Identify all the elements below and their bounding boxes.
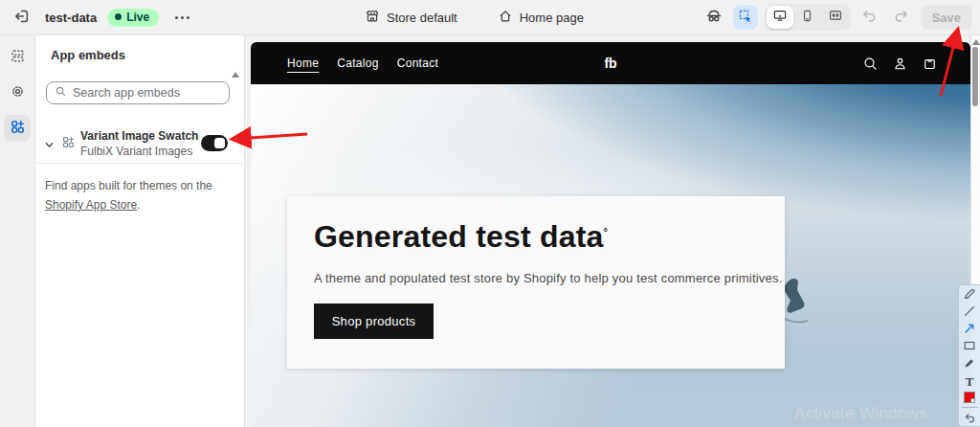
- arrow-tool-button[interactable]: [962, 323, 977, 338]
- shopify-theme-editor: test-data Live Store default Home page: [0, 0, 980, 427]
- undo-icon: [861, 8, 878, 27]
- theme-name: test-data: [45, 11, 97, 25]
- app-store-footer-text: Find apps built for themes on the Shopif…: [45, 177, 234, 215]
- app-embeds-icon: [10, 119, 26, 139]
- device-preview-segmented-control: [765, 4, 851, 31]
- toolbar-divider: [962, 407, 978, 408]
- topbar-right-cluster: Save: [702, 0, 972, 34]
- storefront-account-icon[interactable]: [892, 56, 908, 72]
- hero-heading: Generated test data°: [314, 219, 608, 255]
- sidebar-scroll-up-arrow[interactable]: [232, 72, 239, 78]
- scrollbar-thumb[interactable]: [972, 47, 978, 106]
- embed-app-icon: [61, 135, 76, 153]
- home-icon: [498, 9, 513, 27]
- red-color-swatch: [964, 392, 975, 403]
- select-cursor-icon: [738, 9, 753, 27]
- scrollbar-up-arrow[interactable]: [972, 39, 980, 45]
- arrow-icon: [963, 322, 976, 339]
- storefront-nav: Home Catalog Contact: [287, 56, 438, 70]
- live-status-badge: Live: [107, 9, 159, 27]
- incognito-preview-icon: [705, 8, 723, 28]
- live-dot-icon: [115, 13, 122, 20]
- store-icon: [365, 9, 380, 27]
- embed-labels: Variant Image Swatch FulbiX Variant Imag…: [80, 128, 198, 159]
- nav-link-catalog[interactable]: Catalog: [337, 56, 378, 70]
- marker-icon: [963, 356, 976, 373]
- rectangle-icon: [963, 339, 976, 356]
- search-icon: [55, 84, 67, 101]
- storefront-search-icon[interactable]: [862, 56, 879, 72]
- hero-card: Generated test data° A theme and populat…: [287, 196, 785, 369]
- fullscreen-icon: [828, 8, 843, 27]
- rail-theme-settings-button[interactable]: [4, 79, 31, 106]
- shopify-app-store-link[interactable]: Shopify App Store: [45, 198, 137, 212]
- text-tool-icon: T: [966, 374, 974, 390]
- footer-text-after: .: [137, 198, 140, 212]
- preview-inspector-button[interactable]: [702, 5, 726, 30]
- line-tool-button[interactable]: [962, 305, 977, 321]
- mobile-preview-button[interactable]: [794, 6, 821, 29]
- undo-button[interactable]: [858, 5, 882, 30]
- store-context-selector[interactable]: Store default: [365, 9, 457, 27]
- sidebar-divider: [35, 163, 245, 164]
- topbar-left-cluster: test-data Live: [10, 0, 194, 34]
- hero-heading-text: Generated test data: [314, 219, 604, 254]
- hero-heading-mark: °: [604, 226, 609, 237]
- live-badge-label: Live: [126, 11, 149, 24]
- embed-title: Variant Image Swatch: [80, 128, 198, 144]
- sections-icon: [10, 48, 26, 68]
- hero-subtext: A theme and populated test store by Shop…: [314, 271, 783, 285]
- marker-tool-button[interactable]: [962, 357, 977, 372]
- mobile-icon: [800, 9, 814, 27]
- editor-topbar: test-data Live Store default Home page: [0, 0, 980, 35]
- color-swatch-button[interactable]: [962, 392, 977, 403]
- section-select-tool-button[interactable]: [733, 5, 758, 30]
- storefront-header: Home Catalog Contact fb: [251, 42, 970, 84]
- screenshot-annotation-toolbar: T: [958, 284, 980, 427]
- app-embeds-panel: App embeds Variant Image Swatch FulbiX V…: [35, 35, 245, 427]
- save-button[interactable]: Save: [921, 5, 972, 30]
- desktop-icon: [772, 8, 788, 27]
- footer-text-before: Find apps built for themes on the: [45, 179, 212, 192]
- hero-section: Generated test data° A theme and populat…: [251, 84, 970, 427]
- annotation-undo-button[interactable]: [962, 412, 977, 427]
- pen-tool-button[interactable]: [962, 288, 977, 303]
- app-embed-row: Variant Image Swatch FulbiX Variant Imag…: [35, 123, 245, 165]
- more-actions-button[interactable]: [169, 5, 194, 30]
- activate-windows-watermark: Activate Windows: [794, 404, 927, 423]
- topbar-context-selectors: Store default Home page: [365, 0, 584, 34]
- line-icon: [963, 304, 976, 322]
- storefront-cart-icon[interactable]: [922, 56, 938, 72]
- redo-icon: [893, 8, 909, 27]
- page-selector-label: Home page: [520, 11, 584, 25]
- storefront-preview: Home Catalog Contact fb: [251, 42, 970, 427]
- store-selector-label: Store default: [387, 11, 457, 25]
- panel-title: App embeds: [51, 48, 244, 62]
- exit-editor-button[interactable]: [10, 5, 34, 30]
- chevron-down-icon[interactable]: [44, 137, 55, 154]
- text-tool-button[interactable]: T: [962, 374, 977, 390]
- search-app-embeds-input[interactable]: [73, 86, 229, 100]
- shop-products-button[interactable]: Shop products: [314, 303, 434, 339]
- annotation-undo-icon: [964, 411, 976, 427]
- embed-subtitle: FulbiX Variant Images: [80, 144, 198, 159]
- nav-link-home[interactable]: Home: [287, 56, 319, 70]
- page-selector[interactable]: Home page: [498, 9, 584, 27]
- redo-button[interactable]: [889, 5, 914, 30]
- fullscreen-preview-button[interactable]: [822, 6, 849, 29]
- toggle-knob: [214, 138, 225, 148]
- rail-sections-button[interactable]: [4, 44, 31, 71]
- storefront-logo[interactable]: fb: [604, 56, 616, 71]
- editor-left-rail: [0, 35, 35, 427]
- storefront-header-icons: [862, 56, 938, 72]
- ellipsis-icon: [175, 16, 189, 19]
- exit-icon: [13, 8, 31, 28]
- rectangle-tool-button[interactable]: [962, 340, 977, 355]
- nav-link-contact[interactable]: Contact: [397, 56, 438, 70]
- rail-app-embeds-button[interactable]: [4, 115, 31, 142]
- gear-icon: [10, 83, 26, 103]
- desktop-preview-button[interactable]: [767, 6, 793, 29]
- search-box: [46, 81, 230, 104]
- embed-enabled-toggle[interactable]: [201, 135, 228, 151]
- pen-icon: [963, 287, 976, 304]
